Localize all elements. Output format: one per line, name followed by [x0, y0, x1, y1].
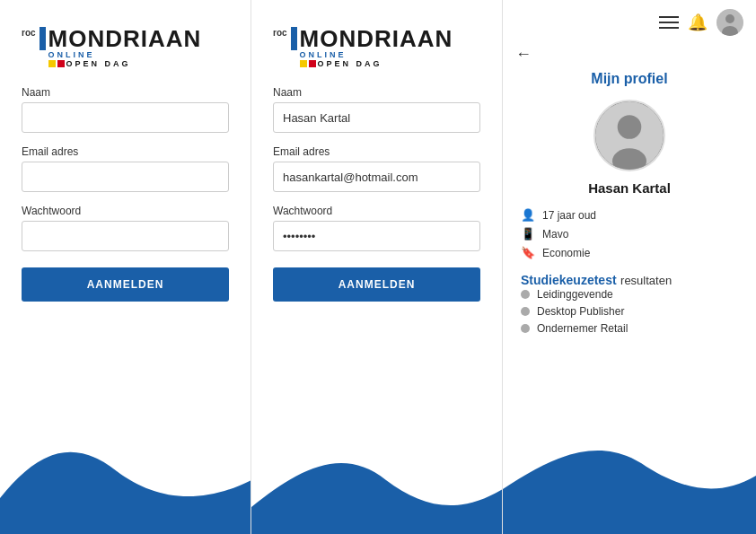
hamburger-line-3 — [659, 27, 679, 29]
education-item: 📱 Mavo — [521, 227, 738, 241]
naam-label-2: Naam — [273, 86, 480, 99]
wachtwoord-label-2: Wachtwoord — [273, 205, 480, 217]
email-group-2: Email adres — [273, 145, 480, 192]
profile-avatar — [593, 100, 665, 171]
yellow-block-2 — [300, 60, 307, 67]
red-block-1 — [57, 60, 65, 67]
result-label-1: Desktop Publisher — [537, 305, 624, 318]
naam-input-1[interactable] — [22, 102, 229, 133]
result-dot-2 — [521, 324, 530, 333]
result-item-1: Desktop Publisher — [521, 305, 738, 318]
yellow-block-1 — [48, 60, 56, 67]
wave-bottom-3 — [503, 417, 756, 534]
aanmelden-button-1[interactable]: AANMELDEN — [22, 267, 229, 302]
studiekeuzetest-subtitle: resultaten — [620, 274, 672, 287]
email-group-1: Email adres — [22, 145, 229, 192]
wachtwoord-input-1[interactable] — [22, 221, 229, 251]
wachtwoord-label-1: Wachtwoord — [22, 205, 229, 217]
book-icon: 📱 — [521, 227, 535, 241]
logo-area-2: roc Mondriaan ONLINE OPEN DAG — [273, 27, 480, 68]
naam-group-1: Naam — [22, 86, 229, 133]
result-label-2: Ondernemer Retail — [537, 322, 628, 335]
header-avatar[interactable] — [716, 9, 743, 36]
result-item-0: Leidinggevende — [521, 288, 738, 301]
wachtwoord-group-2: Wachtwoord — [273, 205, 480, 251]
online-text-2: ONLINE — [300, 50, 453, 59]
wachtwoord-input-2[interactable] — [273, 221, 480, 251]
email-input-1[interactable] — [22, 162, 229, 192]
result-item-2: Ondernemer Retail — [521, 322, 738, 335]
profile-info: 👤 17 jaar oud 📱 Mavo 🔖 Economie — [521, 208, 738, 259]
logo-area-1: roc Mondriaan ONLINE OPEN DAG — [22, 27, 229, 68]
roc-text-1: roc — [22, 29, 36, 38]
wave-bottom-1 — [0, 426, 251, 534]
red-block-2 — [309, 60, 316, 67]
email-label-1: Email adres — [22, 145, 229, 158]
bookmark-icon: 🔖 — [521, 246, 535, 259]
person-icon: 👤 — [521, 208, 535, 222]
panel-filled-form: roc Mondriaan ONLINE OPEN DAG — [251, 0, 503, 534]
wave-bottom-2 — [251, 426, 502, 534]
svg-point-1 — [725, 14, 734, 23]
roc-text-2: roc — [273, 29, 287, 38]
email-label-2: Email adres — [273, 145, 480, 158]
profile-name: Hasan Kartal — [521, 180, 738, 196]
result-label-0: Leidinggevende — [537, 288, 613, 301]
bell-icon[interactable]: 🔔 — [688, 13, 708, 32]
studiekeuzetest-title: Studiekeuzetest — [521, 273, 617, 287]
mondriaan-text-2: Mondriaan — [300, 27, 453, 50]
education-text: Mavo — [542, 228, 568, 241]
svg-point-4 — [618, 115, 642, 139]
result-dot-0 — [521, 290, 530, 299]
hamburger-line-2 — [659, 22, 679, 23]
naam-input-2[interactable] — [273, 102, 480, 133]
interest-text: Economie — [542, 247, 590, 259]
panel-profile: 🔔 ← Mijn profiel Hasan Kartal 👤 — [503, 0, 756, 534]
mondriaan-text-1: Mondriaan — [48, 27, 202, 50]
age-text: 17 jaar oud — [542, 209, 596, 222]
hamburger-line-1 — [659, 16, 679, 18]
opendag-text-1: OPEN DAG — [66, 59, 131, 68]
interest-item: 🔖 Economie — [521, 246, 738, 259]
avatar-container — [521, 100, 738, 171]
studiekeuzetest-section: Studiekeuzetest resultaten Leidinggevend… — [521, 272, 738, 335]
age-item: 👤 17 jaar oud — [521, 208, 738, 222]
result-dot-1 — [521, 307, 530, 316]
online-text-1: ONLINE — [48, 50, 202, 59]
aanmelden-button-2[interactable]: AANMELDEN — [273, 267, 480, 302]
back-button[interactable]: ← — [503, 45, 756, 71]
panel-empty-form: roc Mondriaan ONLINE OPEN DAG — [0, 0, 251, 534]
naam-group-2: Naam — [273, 86, 480, 133]
profile-header: 🔔 — [503, 0, 756, 45]
email-input-2[interactable] — [273, 162, 480, 192]
wachtwoord-group-1: Wachtwoord — [22, 205, 229, 251]
hamburger-menu[interactable] — [659, 16, 679, 29]
naam-label-1: Naam — [22, 86, 229, 99]
profile-title: Mijn profiel — [521, 71, 738, 87]
opendag-text-2: OPEN DAG — [318, 59, 382, 68]
